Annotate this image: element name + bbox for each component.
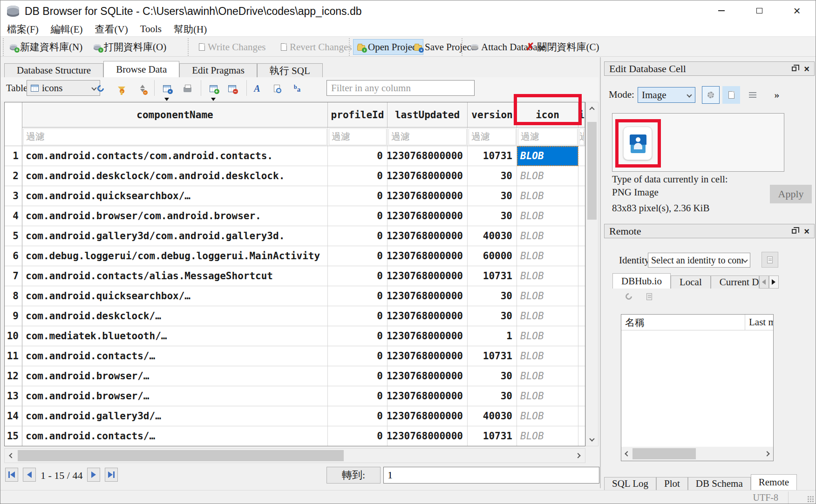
save-table-dropdown-caret[interactable] bbox=[164, 98, 169, 101]
lastUpdated-cell[interactable]: 1230768000000 bbox=[388, 346, 468, 366]
identity-settings-button[interactable] bbox=[762, 252, 778, 268]
scroll-right-arrow[interactable] bbox=[572, 450, 584, 462]
insert-record-dropdown-caret[interactable] bbox=[211, 98, 216, 101]
column-header-icon[interactable]: icon bbox=[517, 102, 578, 128]
filter-lastUpdated-input[interactable] bbox=[388, 128, 468, 146]
icon-blob-cell[interactable]: BLOB bbox=[517, 206, 578, 226]
version-cell[interactable]: 30 bbox=[468, 166, 517, 186]
remote-tab-local[interactable]: Local bbox=[671, 276, 711, 289]
close-database-button[interactable]: ✗ 關閉資料庫(C) bbox=[522, 39, 603, 55]
profileId-cell[interactable]: 0 bbox=[328, 246, 388, 266]
first-page-button[interactable] bbox=[5, 468, 18, 482]
componentName-cell[interactable]: com.android.gallery3d/com.android.galler… bbox=[22, 226, 328, 246]
icon-blob-cell[interactable]: BLOB bbox=[517, 286, 578, 306]
grid-horizontal-scrollbar[interactable] bbox=[4, 448, 585, 463]
refresh-button[interactable] bbox=[94, 82, 108, 95]
lastUpdated-cell[interactable]: 1230768000000 bbox=[388, 186, 468, 206]
float-panel-icon[interactable] bbox=[792, 67, 796, 71]
icon-blob-cell[interactable]: BLOB bbox=[517, 306, 578, 326]
profileId-cell[interactable]: 0 bbox=[328, 206, 388, 226]
partial-column-cell[interactable] bbox=[578, 326, 585, 346]
row-number-cell[interactable]: 10 bbox=[5, 326, 22, 346]
scroll-down-arrow[interactable] bbox=[586, 433, 598, 445]
profileId-cell[interactable]: 0 bbox=[328, 286, 388, 306]
partial-column-cell[interactable] bbox=[578, 266, 585, 286]
componentName-cell[interactable]: com.android.quicksearchbox/… bbox=[22, 286, 328, 306]
lastUpdated-cell[interactable]: 1230768000000 bbox=[388, 146, 468, 166]
profileId-cell[interactable]: 0 bbox=[328, 146, 388, 166]
lastUpdated-cell[interactable]: 1230768000000 bbox=[388, 406, 468, 426]
version-cell[interactable]: 30 bbox=[468, 306, 517, 326]
componentName-cell[interactable]: com.android.quicksearchbox/… bbox=[22, 186, 328, 206]
dock-splitter[interactable] bbox=[600, 57, 601, 488]
lastUpdated-cell[interactable]: 1230768000000 bbox=[388, 326, 468, 346]
version-cell[interactable]: 10731 bbox=[468, 426, 517, 446]
grid-corner-cell[interactable] bbox=[5, 102, 22, 146]
remote-tab-dbhub[interactable]: DBHub.io bbox=[612, 273, 671, 289]
componentName-cell[interactable]: com.android.contacts/… bbox=[22, 346, 328, 366]
lastUpdated-cell[interactable]: 1230768000000 bbox=[388, 286, 468, 306]
profileId-cell[interactable]: 0 bbox=[328, 306, 388, 326]
partial-column-cell[interactable] bbox=[578, 246, 585, 266]
filter-componentName-input[interactable] bbox=[22, 128, 328, 146]
icon-blob-cell[interactable]: BLOB bbox=[517, 166, 578, 186]
lastUpdated-cell[interactable]: 1230768000000 bbox=[388, 226, 468, 246]
menu-help[interactable]: 幫助(H) bbox=[174, 23, 207, 36]
profileId-cell[interactable]: 0 bbox=[328, 166, 388, 186]
next-page-button[interactable] bbox=[87, 468, 100, 482]
lastUpdated-cell[interactable]: 1230768000000 bbox=[388, 266, 468, 286]
row-number-cell[interactable]: 15 bbox=[5, 426, 22, 446]
row-number-cell[interactable]: 1 bbox=[5, 146, 22, 166]
version-cell[interactable]: 40030 bbox=[468, 406, 517, 426]
componentName-cell[interactable]: com.android.browser/com.android.browser. bbox=[22, 206, 328, 226]
componentName-cell[interactable]: com.android.contacts/… bbox=[22, 426, 328, 446]
version-cell[interactable]: 60000 bbox=[468, 246, 517, 266]
filter-any-column-input[interactable] bbox=[326, 80, 475, 96]
remote-clone-database-button[interactable] bbox=[642, 290, 656, 303]
menu-file[interactable]: 檔案(F) bbox=[7, 23, 39, 36]
filter-profileId-input[interactable] bbox=[328, 128, 388, 146]
row-number-cell[interactable]: 14 bbox=[5, 406, 22, 426]
componentName-cell[interactable]: com.android.gallery3d/… bbox=[22, 406, 328, 426]
dock-tab-db-schema[interactable]: DB Schema bbox=[688, 477, 751, 490]
version-cell[interactable]: 30 bbox=[468, 206, 517, 226]
partial-column-cell[interactable] bbox=[578, 186, 585, 206]
profileId-cell[interactable]: 0 bbox=[328, 266, 388, 286]
filter-partial-input[interactable] bbox=[578, 128, 585, 146]
version-cell[interactable]: 30 bbox=[468, 286, 517, 306]
componentName-cell[interactable]: com.android.browser/… bbox=[22, 366, 328, 386]
vertical-scroll-thumb[interactable] bbox=[587, 122, 597, 220]
version-cell[interactable]: 30 bbox=[468, 366, 517, 386]
partial-column-cell[interactable] bbox=[578, 146, 585, 166]
write-changes-button[interactable]: Write Changes bbox=[195, 39, 270, 55]
row-number-cell[interactable]: 7 bbox=[5, 266, 22, 286]
open-database-button[interactable]: › 打開資料庫(O) bbox=[90, 39, 170, 55]
partial-column-cell[interactable] bbox=[578, 366, 585, 386]
row-number-cell[interactable]: 3 bbox=[5, 186, 22, 206]
partial-column-cell[interactable] bbox=[578, 426, 585, 446]
remote-horizontal-scrollbar[interactable] bbox=[621, 447, 773, 461]
apply-button[interactable]: Apply bbox=[770, 185, 812, 203]
scroll-left-arrow[interactable] bbox=[6, 450, 18, 462]
new-database-button[interactable]: + 新建資料庫(N) bbox=[6, 39, 86, 55]
scroll-up-arrow[interactable] bbox=[586, 103, 598, 115]
row-number-cell[interactable]: 11 bbox=[5, 346, 22, 366]
profileId-cell[interactable]: 0 bbox=[328, 226, 388, 246]
menu-view[interactable]: 查看(V) bbox=[95, 23, 128, 36]
icon-blob-cell[interactable]: BLOB bbox=[517, 366, 578, 386]
mode-select[interactable]: Image bbox=[638, 87, 695, 103]
maximize-button[interactable] bbox=[745, 0, 774, 21]
componentName-cell[interactable]: com.android.contacts/com.android.contact… bbox=[22, 146, 328, 166]
icon-blob-cell[interactable]: BLOB bbox=[517, 186, 578, 206]
icon-blob-cell[interactable]: BLOB bbox=[517, 266, 578, 286]
column-header-profileId[interactable]: profileId bbox=[328, 102, 388, 128]
row-number-cell[interactable]: 4 bbox=[5, 206, 22, 226]
menu-edit[interactable]: 編輯(E) bbox=[51, 23, 83, 36]
tab-scroll-right-button[interactable] bbox=[769, 276, 779, 289]
lastUpdated-cell[interactable]: 1230768000000 bbox=[388, 386, 468, 406]
remote-tab-current-database[interactable]: Current Dat bbox=[711, 276, 759, 289]
version-cell[interactable]: 10731 bbox=[468, 266, 517, 286]
version-cell[interactable]: 10731 bbox=[468, 346, 517, 366]
filter-icon-input[interactable] bbox=[517, 128, 578, 146]
partial-column-cell[interactable] bbox=[578, 206, 585, 226]
